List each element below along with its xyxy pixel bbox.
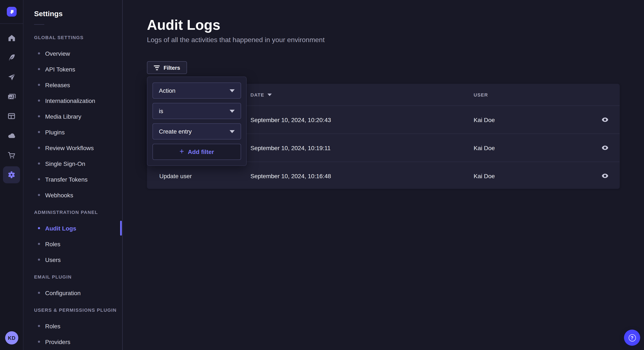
filter-value-value: Create entry [159,128,192,135]
sidebar-item-media-library[interactable]: Media Library [24,108,122,124]
user-cell: Kai Doe [474,144,590,151]
section-global-settings: Overview API Tokens Releases Internation… [24,45,122,203]
section-label-global-settings: GLOBAL SETTINGS [34,35,122,40]
user-cell: Kai Doe [474,116,590,123]
bullet-icon [38,325,40,327]
eye-icon [601,144,608,151]
view-details-button[interactable] [598,113,612,127]
date-cell: September 10, 2024, 10:19:11 [250,144,474,151]
page-subtitle: Logs of all the activities that happened… [147,36,324,44]
gear-icon [7,171,16,179]
sidebar-item-webhooks[interactable]: Webhooks [24,187,122,203]
sidebar-item-review-workflows[interactable]: Review Workflows [24,140,122,156]
media-library-icon[interactable] [7,92,16,101]
send-icon[interactable] [7,73,16,81]
bullet-icon [38,100,40,102]
filter-field-select[interactable]: Action [152,82,241,99]
bullet-icon [38,259,40,261]
date-cell: September 10, 2024, 10:20:43 [250,116,474,123]
filter-operator-select[interactable]: is [152,103,241,119]
cart-icon[interactable] [7,151,16,160]
bullet-icon [38,292,40,294]
section-label-email-plugin: EMAIL PLUGIN [34,274,122,279]
bullet-icon [38,147,40,149]
chevron-down-icon [230,89,235,92]
filter-operator-value: is [159,108,163,114]
chevron-down-icon [230,110,235,113]
filters-button[interactable]: Filters [147,61,187,74]
sidebar-item-plugins[interactable]: Plugins [24,124,122,140]
section-label-administration-panel: ADMINISTRATION PANEL [34,210,122,215]
add-filter-label: Add filter [188,149,214,155]
bullet-icon [38,194,40,196]
sidebar-item-overview[interactable]: Overview [24,45,122,61]
sidebar-item-internationalization[interactable]: Internationalization [24,93,122,108]
filter-value-select[interactable]: Create entry [152,123,241,140]
bullet-icon [38,227,40,229]
settings-nav-active[interactable] [3,166,20,183]
sidebar-item-configuration[interactable]: Configuration [24,285,122,301]
sidebar-item-single-sign-on[interactable]: Single Sign-On [24,156,122,172]
plus-icon: + [180,148,184,155]
chevron-down-icon [230,130,235,133]
add-filter-button[interactable]: + Add filter [152,144,241,160]
app-window: KD Settings GLOBAL SETTINGS Overview API… [0,0,644,350]
filter-popover: Action is Create entry + Add filter [147,77,246,166]
bullet-icon [38,68,40,70]
main-nav-rail: KD [0,0,24,350]
subnav-title: Settings [34,10,122,18]
action-cell: Update user [147,173,250,179]
sidebar-item-audit-logs[interactable]: Audit Logs [24,220,122,236]
strapi-logo[interactable] [6,7,16,16]
bullet-icon [38,131,40,133]
section-administration-panel: Audit Logs Roles Users [24,220,122,268]
filters-button-label: Filters [164,64,180,71]
eye-icon [601,172,608,179]
layout-icon[interactable] [7,112,16,120]
column-header-user[interactable]: USER [474,92,590,97]
subnav-divider [34,24,44,25]
filter-icon [154,65,160,70]
section-email-plugin: Configuration [24,285,122,301]
question-mark-icon: ? [628,334,636,341]
filter-field-value: Action [159,87,176,94]
active-item-indicator [120,221,122,236]
user-avatar[interactable]: KD [5,331,18,345]
sidebar-item-releases[interactable]: Releases [24,77,122,93]
sidebar-item-api-tokens[interactable]: API Tokens [24,61,122,77]
user-cell: Kai Doe [474,173,590,179]
help-button[interactable]: ? [624,330,640,346]
bullet-icon [38,163,40,165]
sidebar-item-roles-up[interactable]: Roles [24,318,122,334]
section-users-permissions-plugin: Roles Providers [24,318,122,350]
sidebar-item-transfer-tokens[interactable]: Transfer Tokens [24,172,122,187]
bullet-icon [38,52,40,54]
sidebar-item-roles-admin[interactable]: Roles [24,236,122,252]
eye-icon [601,116,608,123]
bullet-icon [38,178,40,180]
bullet-icon [38,115,40,117]
column-header-date[interactable]: DATE [250,92,474,97]
view-details-button[interactable] [598,169,612,183]
home-icon[interactable] [7,34,16,42]
bullet-icon [38,243,40,245]
sidebar-item-providers[interactable]: Providers [24,334,122,350]
cloud-icon[interactable] [7,131,16,140]
page-title: Audit Logs [147,17,220,33]
feather-icon[interactable] [7,53,16,62]
bullet-icon [38,341,40,343]
main-content: Audit Logs Logs of all the activities th… [123,0,644,350]
settings-subnav: Settings GLOBAL SETTINGS Overview API To… [24,0,123,350]
bullet-icon [38,84,40,86]
section-label-users-permissions-plugin: USERS & PERMISSIONS PLUGIN [34,308,122,313]
sort-desc-icon [268,93,272,96]
view-details-button[interactable] [598,141,612,155]
date-cell: September 10, 2024, 10:16:48 [250,173,474,179]
sidebar-item-users[interactable]: Users [24,252,122,268]
logo-cell [0,0,23,24]
